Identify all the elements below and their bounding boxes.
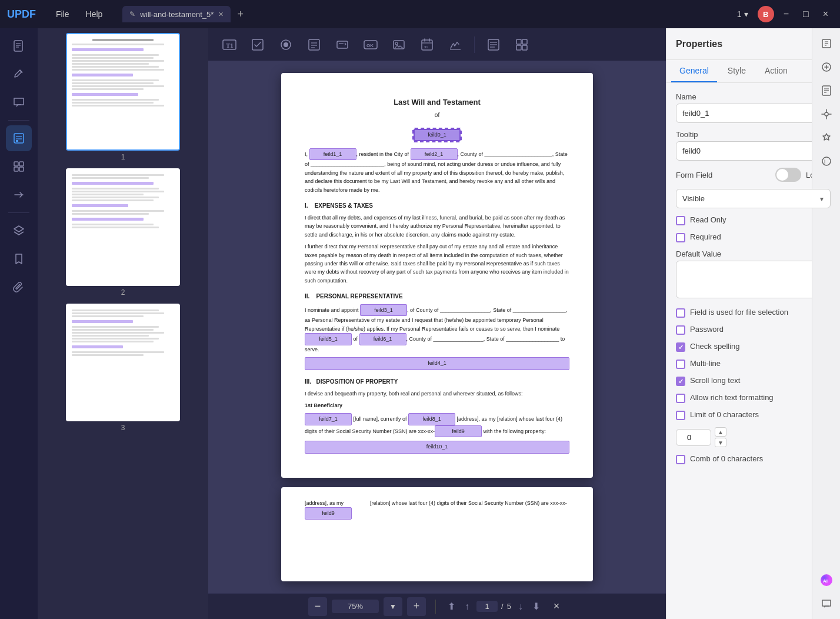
field-feild1-1[interactable]: feild1_1 <box>309 148 356 160</box>
tooltip-input[interactable] <box>676 141 831 161</box>
field-feild10-1[interactable]: feild10_1 <box>305 441 569 454</box>
page-separator: / <box>501 602 504 611</box>
zoom-value-input[interactable] <box>332 600 379 613</box>
scroll-down-step-button[interactable]: ↓ <box>516 599 525 614</box>
required-row[interactable]: Required <box>676 232 831 242</box>
scroll-up-button[interactable]: ⬆ <box>445 598 458 614</box>
pdf-page-1: Last Will and Testament of feild0_1 I, f… <box>281 73 593 478</box>
name-field-group: Name <box>676 92 831 123</box>
field-feild6-1[interactable]: feild6_1 <box>359 333 406 345</box>
zoom-in-button[interactable]: + <box>407 597 426 616</box>
image-tool[interactable] <box>387 33 411 56</box>
field-page2-feild[interactable]: feild9 <box>305 507 352 519</box>
right-icon-3[interactable] <box>816 80 837 101</box>
right-icon-4[interactable] <box>816 104 837 125</box>
char-limit-row[interactable]: Limit of 0 characters <box>676 410 831 420</box>
scroll-up-step-button[interactable]: ↑ <box>462 599 472 614</box>
form-list-tool[interactable] <box>482 33 505 56</box>
close-toolbar-button[interactable]: × <box>547 597 566 616</box>
close-button[interactable]: × <box>818 6 833 22</box>
char-limit-decrement[interactable]: ▼ <box>715 438 726 447</box>
name-input[interactable] <box>676 104 831 123</box>
properties-panel: i AI Properties General Style Action Na <box>666 28 840 619</box>
right-icon-6[interactable]: i <box>816 151 837 172</box>
thumbnail-page-3[interactable]: 3 <box>42 304 204 432</box>
right-icon-chat[interactable] <box>816 593 837 614</box>
tab-style[interactable]: Style <box>719 60 754 82</box>
active-tab[interactable]: ✎ will-and-testament_5* × <box>122 6 230 22</box>
char-limit-number-input[interactable] <box>676 429 711 446</box>
sidebar-item-bookmark[interactable] <box>6 246 32 272</box>
tab-general[interactable]: General <box>671 60 717 82</box>
svg-rect-38 <box>516 39 521 44</box>
field-feild9[interactable]: feild9 <box>435 425 482 437</box>
right-icon-2[interactable] <box>816 56 837 78</box>
grid-tool[interactable] <box>510 33 534 56</box>
zoom-out-button[interactable]: − <box>308 597 327 616</box>
thumbnail-label-3: 3 <box>121 424 125 432</box>
date-tool[interactable]: 31 <box>415 33 439 56</box>
read-only-row[interactable]: Read Only <box>676 215 831 225</box>
text-field-tool[interactable]: T1 <box>218 33 241 56</box>
default-value-textarea[interactable] <box>676 261 831 298</box>
locked-toggle[interactable] <box>775 168 801 182</box>
pdf-section-personal-rep: II. PERSONAL REPRESENTATIVE <box>305 292 569 301</box>
visibility-select[interactable]: Visible Hidden No Print No View <box>676 189 831 208</box>
button-tool[interactable]: OK <box>359 33 382 56</box>
field-feild8-1[interactable]: feild8_1 <box>408 413 455 425</box>
file-selection-row[interactable]: Field is used for file selection <box>676 308 831 318</box>
dropdown-tool[interactable] <box>331 33 354 56</box>
svg-rect-41 <box>522 45 527 50</box>
scroll-down-button[interactable]: ⬇ <box>530 598 542 614</box>
user-avatar[interactable]: B <box>758 6 774 22</box>
comb-row[interactable]: Comb of 0 characters <box>676 454 831 464</box>
maximize-button[interactable]: □ <box>798 6 814 22</box>
tab-close-button[interactable]: × <box>218 9 223 19</box>
multi-line-row[interactable]: Multi-line <box>676 359 831 369</box>
svg-text:31: 31 <box>424 45 428 49</box>
radio-tool[interactable] <box>274 33 298 56</box>
sidebar-item-organize[interactable] <box>6 154 32 179</box>
field-feild2-1[interactable]: feild2_1 <box>411 148 458 160</box>
checkbox-tool[interactable] <box>246 33 269 56</box>
list-tool[interactable] <box>302 33 326 56</box>
right-icon-ai[interactable]: AI <box>816 570 837 591</box>
char-limit-number-row: ▲ ▼ <box>676 427 831 447</box>
sidebar-item-form[interactable] <box>6 125 32 151</box>
sidebar-item-convert[interactable] <box>6 182 32 208</box>
pdf-viewer[interactable]: Last Will and Testament of feild0_1 I, f… <box>208 61 666 593</box>
field-feild5-1[interactable]: feild5_1 <box>305 333 352 345</box>
scroll-long-text-row[interactable]: Scroll long text <box>676 376 831 386</box>
page-nav-dropdown-icon[interactable]: ▾ <box>744 9 748 19</box>
minimize-button[interactable]: − <box>779 6 794 22</box>
field-feild0-1[interactable]: feild0_1 <box>414 129 461 142</box>
add-tab-button[interactable]: + <box>238 8 244 21</box>
current-page-input[interactable] <box>476 601 498 612</box>
thumbnail-page-2[interactable]: 2 <box>42 168 204 297</box>
allow-rich-text-row[interactable]: Allow rich text formatting <box>676 393 831 403</box>
sidebar-item-attachment[interactable] <box>6 274 32 300</box>
password-row[interactable]: Password <box>676 325 831 335</box>
tab-action[interactable]: Action <box>756 60 796 82</box>
sidebar-item-edit[interactable] <box>6 61 32 87</box>
sidebar-item-layers[interactable] <box>6 218 32 244</box>
pdf-section-property: III. DISPOSITION OF PROPERTY <box>305 377 569 386</box>
right-icon-1[interactable] <box>816 33 837 54</box>
char-limit-checkbox <box>676 411 685 420</box>
menu-file[interactable]: File <box>50 7 75 21</box>
field-feild7-1[interactable]: feild7_1 <box>305 413 352 425</box>
form-field-locked-row: Form Field Locked <box>676 168 831 182</box>
pdf-page2-text: [address], as my [relation] whose last f… <box>305 499 569 520</box>
check-spelling-row[interactable]: Check spelling <box>676 342 831 352</box>
sidebar-item-reader[interactable] <box>6 33 32 59</box>
zoom-dropdown-button[interactable]: ▼ <box>384 597 402 616</box>
char-limit-increment[interactable]: ▲ <box>715 427 726 437</box>
sidebar-item-comment[interactable] <box>6 89 32 115</box>
svg-rect-0 <box>14 41 22 51</box>
field-feild3-1[interactable]: feild3_1 <box>360 304 407 316</box>
field-feild4-1[interactable]: feild4_1 <box>305 357 569 370</box>
thumbnail-page-1[interactable]: 1 <box>42 33 204 161</box>
menu-help[interactable]: Help <box>80 7 109 21</box>
signature-tool[interactable] <box>444 33 467 56</box>
right-icon-5[interactable] <box>816 127 837 148</box>
